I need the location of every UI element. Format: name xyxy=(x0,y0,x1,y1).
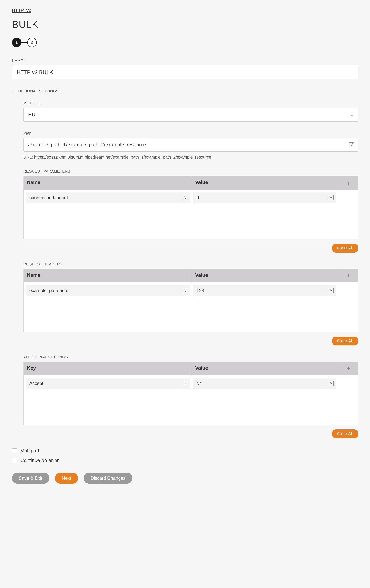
variable-icon[interactable]: V xyxy=(329,381,334,386)
variable-icon[interactable]: V xyxy=(183,381,188,386)
multipart-label: Multipart xyxy=(20,448,39,454)
variable-icon[interactable]: V xyxy=(183,195,188,200)
variable-icon[interactable]: V xyxy=(349,142,354,147)
header-name-input[interactable] xyxy=(26,285,190,296)
setting-key-input[interactable] xyxy=(26,378,190,389)
continue-on-error-label: Continue on error xyxy=(20,457,59,463)
multipart-checkbox[interactable] xyxy=(12,448,17,453)
variable-icon[interactable]: V xyxy=(329,195,334,200)
table-row: V V xyxy=(26,192,355,203)
add-setting-button[interactable]: + xyxy=(339,362,358,375)
continue-on-error-checkbox[interactable] xyxy=(12,458,17,463)
request-parameters-table: Name Value + V V xyxy=(23,176,358,239)
column-header-value: Value xyxy=(192,269,339,282)
column-header-name: Name xyxy=(24,269,192,282)
clear-all-parameters-button[interactable]: Clear All xyxy=(332,244,358,252)
additional-settings-table: Key Value + V V xyxy=(23,362,358,425)
table-row: V V xyxy=(26,378,355,389)
additional-settings-label: ADDITIONAL SETTINGS xyxy=(23,355,358,359)
path-label: Path xyxy=(23,131,358,136)
chevron-down-icon: ⌄ xyxy=(12,89,15,93)
stepper: 1 2 xyxy=(12,38,358,47)
optional-settings-toggle[interactable]: ⌄ OPTIONAL SETTINGS xyxy=(12,89,358,93)
next-button[interactable]: Next xyxy=(55,473,78,483)
variable-icon[interactable]: V xyxy=(329,288,334,293)
table-row: V V xyxy=(26,285,355,296)
column-header-key: Key xyxy=(24,362,192,375)
clear-all-headers-button[interactable]: Clear All xyxy=(332,337,358,345)
column-header-name: Name xyxy=(24,176,192,189)
save-exit-button[interactable]: Save & Exit xyxy=(12,473,49,483)
discard-changes-button[interactable]: Discard Changes xyxy=(84,473,132,483)
method-select[interactable]: PUT xyxy=(23,107,358,122)
request-headers-table: Name Value + V V xyxy=(23,269,358,332)
path-input[interactable] xyxy=(23,138,358,152)
param-value-input[interactable] xyxy=(193,192,336,203)
header-value-input[interactable] xyxy=(193,285,336,296)
request-parameters-label: REQUEST PARAMETERS xyxy=(23,169,358,174)
step-2[interactable]: 2 xyxy=(27,38,37,47)
add-parameter-button[interactable]: + xyxy=(339,176,358,189)
param-name-input[interactable] xyxy=(26,192,190,203)
step-connector xyxy=(21,42,27,43)
clear-all-settings-button[interactable]: Clear All xyxy=(332,430,358,438)
step-1[interactable]: 1 xyxy=(12,38,21,47)
setting-value-input[interactable] xyxy=(193,378,336,389)
name-input[interactable] xyxy=(12,65,358,79)
add-header-button[interactable]: + xyxy=(339,269,358,282)
name-label: NAME* xyxy=(12,59,358,63)
variable-icon[interactable]: V xyxy=(183,288,188,293)
method-label: METHOD xyxy=(23,101,358,105)
column-header-value: Value xyxy=(192,362,339,375)
url-hint: URL: https://eos1zjxpml0ig6m.m.pipedream… xyxy=(23,155,358,160)
breadcrumb-link[interactable]: HTTP_v2 xyxy=(12,8,31,13)
request-headers-label: REQUEST HEADERS xyxy=(23,262,358,266)
page-title: BULK xyxy=(12,19,358,30)
optional-settings-label: OPTIONAL SETTINGS xyxy=(18,89,59,93)
column-header-value: Value xyxy=(192,176,339,189)
